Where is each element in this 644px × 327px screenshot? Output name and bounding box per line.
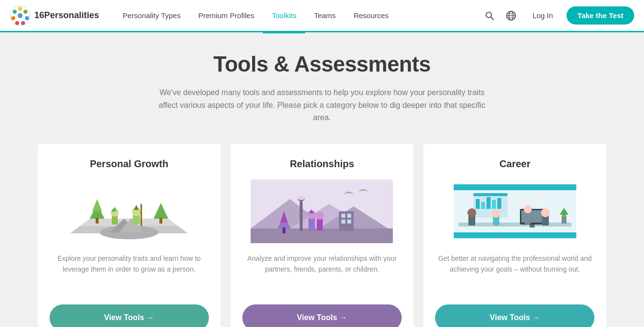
nav-toolkits[interactable]: Toolkits [263, 0, 305, 32]
relationships-card: Relationships [231, 144, 413, 327]
page-subtitle: We've developed many tools and assessmen… [151, 86, 494, 124]
svg-point-3 [25, 16, 29, 20]
svg-rect-69 [530, 225, 535, 227]
logo-text: 16Personalities [34, 10, 99, 21]
nav-personality-types[interactable]: Personality Types [114, 0, 189, 32]
navbar: 16Personalities Personality Types Premiu… [0, 0, 644, 32]
svg-marker-34 [140, 203, 143, 206]
logo-link[interactable]: 16Personalities [10, 5, 99, 26]
svg-point-78 [541, 208, 550, 217]
svg-point-74 [467, 208, 476, 217]
relationships-title: Relationships [290, 158, 354, 170]
svg-rect-63 [487, 197, 490, 209]
page-title: Tools & Assessments [10, 52, 634, 76]
svg-rect-61 [476, 199, 480, 209]
login-button[interactable]: Log In [525, 7, 561, 24]
svg-point-5 [15, 21, 19, 25]
svg-rect-25 [159, 218, 162, 224]
svg-marker-24 [154, 203, 168, 219]
svg-rect-64 [492, 200, 496, 209]
svg-point-42 [297, 196, 305, 200]
svg-point-6 [11, 16, 15, 20]
svg-rect-47 [347, 220, 351, 224]
svg-rect-65 [497, 198, 501, 209]
nav-resources[interactable]: Resources [345, 0, 398, 32]
svg-rect-58 [454, 232, 576, 238]
career-card: Career [423, 144, 606, 327]
career-illustration [435, 179, 594, 243]
svg-rect-44 [341, 214, 345, 218]
globe-icon[interactable] [503, 8, 519, 24]
svg-point-1 [18, 7, 22, 11]
svg-point-2 [24, 10, 27, 14]
svg-rect-43 [339, 211, 354, 231]
svg-rect-46 [341, 220, 345, 224]
career-button[interactable]: View Tools → [435, 304, 594, 327]
personal-growth-description: Explore your personality traits and lear… [50, 253, 209, 293]
svg-rect-60 [473, 193, 508, 196]
take-test-button[interactable]: Take the Test [567, 6, 634, 25]
svg-point-7 [13, 10, 17, 14]
svg-rect-66 [459, 223, 571, 226]
personal-growth-illustration [50, 179, 209, 243]
svg-point-4 [21, 21, 25, 25]
svg-marker-32 [134, 205, 139, 210]
svg-rect-57 [454, 184, 576, 190]
relationships-button[interactable]: View Tools → [242, 304, 402, 327]
relationships-description: Analyze and improve your relationships w… [242, 253, 402, 293]
nav-right: Log In Take the Test [482, 6, 634, 25]
svg-rect-39 [251, 228, 393, 243]
nav-premium-profiles[interactable]: Premium Profiles [189, 0, 263, 32]
svg-rect-55 [283, 227, 285, 233]
svg-line-10 [490, 17, 493, 20]
svg-rect-45 [347, 214, 351, 218]
search-icon[interactable] [482, 8, 497, 24]
career-title: Career [499, 158, 530, 170]
nav-teams[interactable]: Teams [305, 0, 344, 32]
personal-growth-card: Personal Growth [38, 144, 221, 327]
svg-point-8 [18, 13, 23, 18]
svg-rect-70 [562, 216, 567, 224]
relationships-illustration [242, 179, 402, 243]
career-description: Get better at navigating the professiona… [435, 253, 594, 293]
personal-growth-button[interactable]: View Tools → [50, 304, 209, 327]
svg-rect-62 [481, 202, 485, 209]
personal-growth-title: Personal Growth [90, 158, 168, 170]
svg-point-52 [316, 212, 324, 220]
svg-rect-23 [96, 218, 99, 224]
svg-point-76 [492, 210, 500, 218]
svg-rect-40 [300, 199, 303, 231]
svg-marker-22 [92, 199, 102, 211]
cards-container: Personal Growth [38, 144, 607, 327]
logo-icon [10, 5, 30, 26]
svg-rect-68 [521, 210, 543, 223]
svg-point-80 [524, 205, 532, 213]
nav-links: Personality Types Premium Profiles Toolk… [114, 0, 482, 32]
main-content: Tools & Assessments We've developed many… [0, 32, 644, 327]
